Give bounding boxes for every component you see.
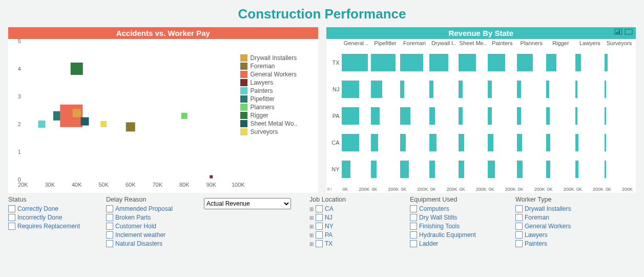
bar-mark[interactable] xyxy=(459,54,476,71)
scatter-mark[interactable] xyxy=(126,122,135,131)
chart-options-icon[interactable] xyxy=(614,28,622,35)
bar-mark[interactable] xyxy=(400,81,405,97)
legend-item[interactable]: Lawyers xyxy=(240,79,316,86)
bar-mark[interactable] xyxy=(342,54,368,71)
filter-item[interactable]: ⊞NY xyxy=(309,223,402,230)
tree-expand-icon[interactable]: ⊞ xyxy=(309,232,315,238)
bar-mark[interactable] xyxy=(400,107,410,124)
checkbox-icon[interactable] xyxy=(515,240,523,247)
bar-mark[interactable] xyxy=(400,54,424,71)
checkbox-icon[interactable] xyxy=(515,231,523,239)
legend-item[interactable]: Foreman xyxy=(240,63,316,70)
filter-item[interactable]: Correctly Done xyxy=(8,205,98,212)
tree-expand-icon[interactable]: ⊞ xyxy=(309,215,315,221)
scatter-mark[interactable] xyxy=(71,63,83,75)
filter-item[interactable]: Hydraulic Equipment xyxy=(410,231,507,239)
bar-mark[interactable] xyxy=(546,54,556,71)
bar-mark[interactable] xyxy=(575,107,577,124)
filter-item[interactable]: Requires Replacement xyxy=(8,223,98,230)
bar-mark[interactable] xyxy=(429,107,435,124)
bar-mark[interactable] xyxy=(429,161,435,177)
legend-item[interactable]: General Workers xyxy=(240,71,316,78)
legend-item[interactable]: Pipefitter xyxy=(240,95,316,103)
expand-icon[interactable] xyxy=(625,28,633,35)
checkbox-icon[interactable] xyxy=(316,214,323,221)
filter-item[interactable]: Ladder xyxy=(410,240,507,247)
tree-expand-icon[interactable]: ⊞ xyxy=(309,206,315,212)
filter-item[interactable]: Broken Parts xyxy=(106,214,196,221)
bar-mark[interactable] xyxy=(605,54,608,71)
filter-item[interactable]: Incorrectly Done xyxy=(8,214,98,221)
checkbox-icon[interactable] xyxy=(8,223,15,230)
bar-mark[interactable] xyxy=(605,134,606,151)
scatter-mark[interactable] xyxy=(181,113,188,119)
bar-mark[interactable] xyxy=(575,134,578,151)
filter-item[interactable]: Natural Disasters xyxy=(106,240,196,247)
checkbox-icon[interactable] xyxy=(106,231,113,239)
bar-mark[interactable] xyxy=(342,134,359,151)
filter-item[interactable]: Dry Wall Stilts xyxy=(410,214,507,221)
bar-mark[interactable] xyxy=(517,54,533,71)
bar-mark[interactable] xyxy=(400,134,406,151)
filter-item[interactable]: Drywall Installers xyxy=(515,205,608,212)
tree-expand-icon[interactable]: ⊞ xyxy=(309,241,315,247)
bar-mark[interactable] xyxy=(605,81,606,97)
bar-mark[interactable] xyxy=(546,161,551,177)
checkbox-icon[interactable] xyxy=(515,205,523,212)
bar-mark[interactable] xyxy=(488,107,492,124)
bar-mark[interactable] xyxy=(459,134,464,151)
checkbox-icon[interactable] xyxy=(316,240,323,247)
bar-mark[interactable] xyxy=(546,134,551,151)
bar-mark[interactable] xyxy=(459,161,464,177)
bar-mark[interactable] xyxy=(575,54,581,71)
sort-icon[interactable]: ≡↑ xyxy=(327,186,333,192)
scatter-mark[interactable] xyxy=(81,117,89,126)
bar-mark[interactable] xyxy=(371,54,396,71)
checkbox-icon[interactable] xyxy=(106,214,113,221)
bar-mark[interactable] xyxy=(546,107,550,124)
bar-mark[interactable] xyxy=(488,54,505,71)
bar-mark[interactable] xyxy=(517,107,522,124)
scatter-mark[interactable] xyxy=(210,175,213,179)
bar-mark[interactable] xyxy=(517,161,523,177)
bar-mark[interactable] xyxy=(371,161,377,177)
bar-mark[interactable] xyxy=(342,81,359,97)
filter-item[interactable]: ⊞CA xyxy=(309,205,402,212)
filter-item[interactable]: Finishing Tools xyxy=(410,223,507,230)
checkbox-icon[interactable] xyxy=(8,205,15,212)
bar-mark[interactable] xyxy=(371,134,378,151)
bar-mark[interactable] xyxy=(605,161,606,177)
bar-mark[interactable] xyxy=(517,134,522,151)
checkbox-icon[interactable] xyxy=(410,240,417,247)
bar-mark[interactable] xyxy=(429,81,434,97)
filter-item[interactable]: Foreman xyxy=(515,214,608,221)
measure-select[interactable]: Actual Revenue xyxy=(204,198,291,209)
filter-item[interactable]: ⊞TX xyxy=(309,240,402,247)
filter-item[interactable]: ⊞PA xyxy=(309,231,402,239)
bar-mark[interactable] xyxy=(371,81,383,97)
bar-mark[interactable] xyxy=(517,81,522,97)
scatter-mark[interactable] xyxy=(100,121,107,127)
bar-mark[interactable] xyxy=(488,134,493,151)
legend-item[interactable]: Planners xyxy=(240,104,316,111)
scatter-mark[interactable] xyxy=(38,121,46,128)
bar-mark[interactable] xyxy=(342,107,359,124)
filter-item[interactable]: Customer Hold xyxy=(106,223,196,230)
filter-item[interactable]: Painters xyxy=(515,240,608,247)
filter-item[interactable]: Lawyers xyxy=(515,231,608,239)
bar-mark[interactable] xyxy=(429,54,448,71)
bar-mark[interactable] xyxy=(342,161,350,177)
checkbox-icon[interactable] xyxy=(515,214,523,221)
bar-mark[interactable] xyxy=(429,134,437,151)
checkbox-icon[interactable] xyxy=(106,223,113,230)
bar-mark[interactable] xyxy=(488,161,495,177)
bars-plot-area[interactable] xyxy=(342,49,634,183)
checkbox-icon[interactable] xyxy=(410,214,417,221)
legend-item[interactable]: Rigger xyxy=(240,112,316,119)
scatter-mark[interactable] xyxy=(73,109,81,117)
checkbox-icon[interactable] xyxy=(515,223,523,230)
filter-item[interactable]: General Workers xyxy=(515,223,608,230)
bar-mark[interactable] xyxy=(459,107,463,124)
bar-mark[interactable] xyxy=(488,81,492,97)
bar-mark[interactable] xyxy=(575,161,578,177)
